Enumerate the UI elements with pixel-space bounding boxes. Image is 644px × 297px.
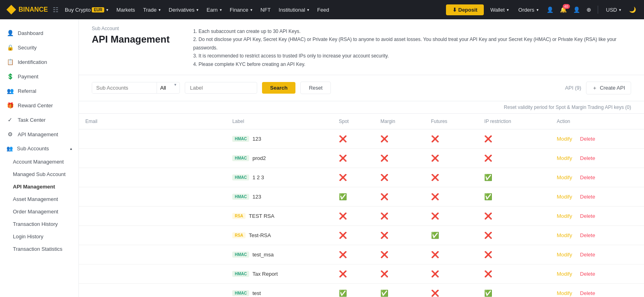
sidebar-item-payment[interactable]: 💲 Payment (0, 69, 78, 84)
cross-icon: ❌ (339, 232, 347, 239)
sidebar-sub-accounts-section[interactable]: 👥 Sub Accounts ▴ (0, 141, 78, 156)
nav-trade[interactable]: Trade▾ (140, 7, 164, 13)
grid-icon[interactable]: ☷ (53, 6, 58, 14)
cross-icon: ❌ (431, 290, 439, 297)
info-line-3: 3. It is recommended to restrict access … (193, 52, 631, 60)
sidebar-item-identification[interactable]: 📋 Identification (0, 55, 78, 69)
cell-futures: ✅ (425, 225, 478, 245)
sub-item-transaction-statistics[interactable]: Transaction Statistics (6, 243, 78, 255)
modify-button[interactable]: Modify (557, 174, 572, 180)
modify-button[interactable]: Modify (557, 271, 572, 277)
logo-text: BINANCE (19, 6, 48, 13)
delete-button[interactable]: Delete (580, 194, 595, 200)
deposit-button[interactable]: ⬇ Deposit (446, 4, 484, 15)
sidebar-item-api-management-top[interactable]: ⚙ API Management (0, 127, 78, 141)
cell-ip: ✅ (478, 187, 550, 206)
cell-label: HMAC 123 (226, 129, 332, 148)
sub-item-managed-sub-account[interactable]: Managed Sub Account (6, 168, 78, 180)
modify-button[interactable]: Modify (557, 213, 572, 219)
sub-item-asset-management[interactable]: Asset Management (6, 193, 78, 205)
sidebar-item-dashboard[interactable]: 👤 Dashboard (0, 26, 78, 40)
nav-feed[interactable]: Feed (314, 7, 332, 13)
nav-wallet[interactable]: Wallet▾ (487, 7, 512, 13)
accessibility-icon[interactable]: ⊕ (585, 5, 593, 14)
sub-item-account-management[interactable]: Account Management (6, 156, 78, 168)
chevron-down-icon: ▾ (537, 8, 539, 12)
delete-button[interactable]: Delete (580, 174, 595, 180)
cell-futures: ❌ (425, 264, 478, 283)
delete-button[interactable]: Delete (580, 136, 595, 142)
sidebar-item-security[interactable]: 🔒 Security (0, 40, 78, 55)
delete-button[interactable]: Delete (580, 232, 595, 238)
reward-icon: 🎁 (6, 102, 14, 109)
cell-margin: ❌ (374, 225, 424, 245)
cell-futures: ❌ (425, 283, 478, 297)
modify-button[interactable]: Modify (557, 155, 572, 161)
cell-email (79, 129, 226, 148)
binance-logo[interactable]: BINANCE (6, 5, 48, 14)
modify-button[interactable]: Modify (557, 136, 572, 142)
modify-button[interactable]: Modify (557, 252, 572, 258)
info-line-4: 4. Please complete KYC before creating a… (193, 60, 631, 68)
chevron-up-icon: ▴ (70, 146, 72, 151)
api-count: API (9) (565, 85, 581, 91)
modify-button[interactable]: Modify (557, 290, 572, 296)
check-icon: ✅ (380, 290, 388, 297)
delete-button[interactable]: Delete (580, 252, 595, 258)
cross-icon: ❌ (431, 193, 439, 200)
nav-finance[interactable]: Finance▾ (227, 7, 256, 13)
nav-earn[interactable]: Earn▾ (203, 7, 225, 13)
delete-button[interactable]: Delete (580, 213, 595, 219)
nav-markets[interactable]: Markets (113, 7, 138, 13)
security-icon: 🔒 (6, 44, 14, 51)
create-api-button[interactable]: ＋ Create API (586, 82, 631, 94)
label-text: 123 (252, 136, 261, 142)
theme-toggle-icon[interactable]: 🌙 (627, 5, 638, 14)
currency-selector[interactable]: USD▾ (603, 7, 624, 13)
check-icon: ✅ (484, 174, 492, 181)
user-settings-icon[interactable]: 👤 (572, 5, 582, 14)
delete-button[interactable]: Delete (580, 290, 595, 296)
sidebar-item-referral[interactable]: 👥 Referral (0, 84, 78, 98)
sidebar-item-reward-center[interactable]: 🎁 Reward Center (0, 98, 78, 113)
sub-item-login-history[interactable]: Login History (6, 230, 78, 243)
nav-derivatives[interactable]: Derivatives▾ (165, 7, 202, 13)
check-icon: ✅ (484, 290, 492, 297)
nav-nft[interactable]: NFT (257, 7, 274, 13)
profile-icon[interactable]: 👤 (545, 5, 555, 14)
sub-accounts-filter[interactable]: All ▾ (92, 82, 180, 94)
cell-margin: ❌ (374, 187, 424, 206)
modify-button[interactable]: Modify (557, 232, 572, 238)
cell-ip: ❌ (478, 264, 550, 283)
nav-buy-crypto[interactable]: Buy Crypto EUR ▾ (62, 7, 111, 13)
sub-item-order-management[interactable]: Order Management (6, 205, 78, 218)
cell-action: Modify Delete (550, 187, 644, 206)
nav-orders[interactable]: Orders▾ (515, 7, 542, 13)
sidebar-item-task-center[interactable]: ✓ Task Center (0, 113, 78, 127)
search-button[interactable]: Search (262, 82, 295, 94)
delete-button[interactable]: Delete (580, 155, 595, 161)
modify-button[interactable]: Modify (557, 194, 572, 200)
sub-item-transaction-history[interactable]: Transaction History (6, 218, 78, 230)
notification-icon[interactable]: 🔔 40 (558, 5, 568, 14)
label-input[interactable] (185, 82, 257, 94)
cell-action: Modify Delete (550, 245, 644, 264)
table-row: HMAC 123 ✅ ❌ ❌ ✅ Modify Delete (79, 187, 644, 206)
nav-institutional[interactable]: Institutional▾ (275, 7, 312, 13)
validity-link[interactable]: Reset validity period for Spot & Margin … (504, 104, 631, 110)
sidebar: 👤 Dashboard 🔒 Security 📋 Identification … (0, 19, 79, 297)
sub-accounts-select[interactable]: All (157, 82, 174, 93)
table-row: HMAC 123 ❌ ❌ ❌ ❌ Modify Delete (79, 129, 644, 148)
sub-accounts-input[interactable] (92, 82, 157, 93)
delete-button[interactable]: Delete (580, 271, 595, 277)
task-icon: ✓ (6, 117, 14, 123)
col-futures: Futures (425, 114, 478, 129)
cell-futures: ❌ (425, 129, 478, 148)
api-type-tag: RSA (232, 213, 246, 219)
cell-ip: ❌ (478, 245, 550, 264)
reset-button[interactable]: Reset (300, 82, 331, 94)
label-text: Tax Report (252, 271, 278, 277)
chevron-down-icon: ▾ (106, 8, 108, 12)
sub-item-api-management[interactable]: API Management (6, 180, 78, 193)
api-type-tag: HMAC (232, 155, 249, 161)
